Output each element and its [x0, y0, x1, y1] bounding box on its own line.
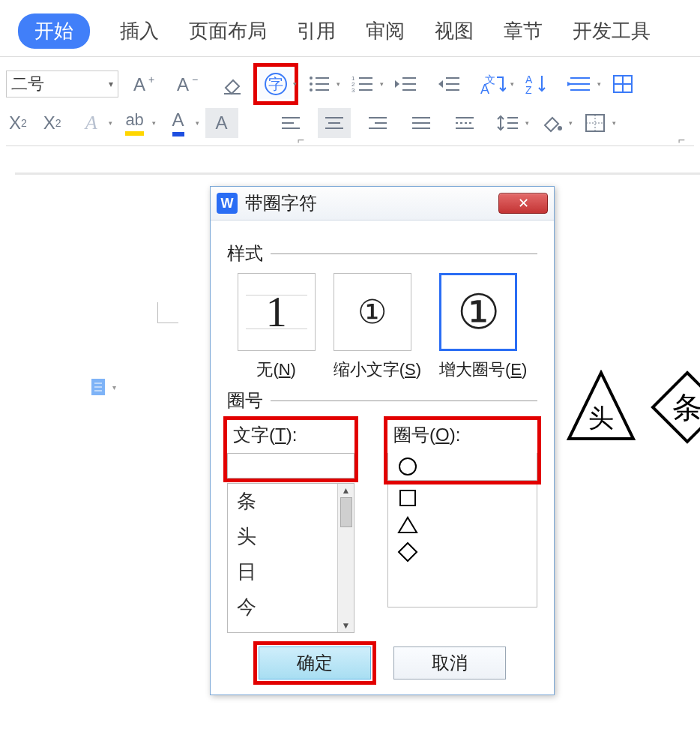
enclose-field-label: 圈号(O): — [387, 420, 466, 450]
shape-option-square[interactable] — [388, 484, 537, 512]
shape-option-circle[interactable] — [388, 453, 537, 480]
page-margin-marker — [157, 302, 178, 323]
diamond-enclosed-char: 条 — [650, 370, 700, 445]
highlight-color-button[interactable]: ab▾ — [118, 108, 151, 138]
fill-color-button[interactable]: ▾ — [535, 108, 568, 138]
close-button[interactable]: ✕ — [498, 193, 548, 214]
style-option-shrink[interactable]: ① — [334, 273, 411, 351]
tab-start[interactable]: 开始 — [18, 14, 90, 49]
align-right-button[interactable] — [361, 108, 394, 138]
svg-marker-70 — [399, 543, 417, 561]
bullet-list-button[interactable]: ▾ — [303, 69, 336, 99]
scroll-down-icon[interactable]: ▼ — [342, 620, 351, 631]
svg-marker-18 — [395, 80, 399, 88]
text-direction-button[interactable]: 文A▾ — [477, 69, 510, 99]
number-list-button[interactable]: 123▾ — [346, 69, 379, 99]
cancel-button[interactable]: 取消 — [393, 646, 506, 680]
shape-option-diamond[interactable] — [388, 538, 537, 566]
caret-down-icon: ▾ — [109, 79, 113, 89]
list-item[interactable]: 今 — [228, 590, 354, 625]
grow-font-button[interactable]: A+ — [129, 69, 162, 99]
svg-point-55 — [558, 126, 562, 130]
tab-settings-button[interactable]: ▾ — [564, 69, 597, 99]
ribbon-tabs: 开始 插入 页面布局 引用 审阅 视图 章节 开发工具 — [0, 0, 700, 56]
ok-button[interactable]: 确定 — [259, 646, 371, 680]
svg-rect-68 — [400, 490, 415, 506]
enclosed-character-dialog: W 带圈字符 ✕ 样式 1 无(N) ① 缩小文字(S) — [210, 186, 555, 695]
svg-point-10 — [310, 88, 313, 92]
dialog-title: 带圈字符 — [245, 191, 317, 215]
scroll-up-icon[interactable]: ▲ — [342, 485, 351, 496]
font-color-button[interactable]: A▾ — [162, 108, 195, 138]
svg-text:条: 条 — [672, 391, 700, 424]
section-handle[interactable]: ▾ — [90, 377, 116, 397]
clear-format-button[interactable] — [216, 69, 249, 99]
enclosed-char-icon: 字 — [265, 73, 287, 95]
align-justify-button[interactable] — [405, 108, 438, 138]
tab-layout[interactable]: 页面布局 — [189, 18, 267, 44]
dialog-launcher-icon[interactable]: ⌐ — [298, 134, 304, 147]
style-option-enlarge[interactable]: ① — [439, 273, 517, 351]
caret-down-icon: ▾ — [112, 383, 116, 392]
style-caption-shrink: 缩小文字(S) — [334, 358, 421, 381]
tab-review[interactable]: 审阅 — [366, 18, 405, 44]
font-effects-button[interactable]: A▾ — [75, 108, 108, 138]
tab-dev[interactable]: 开发工具 — [573, 18, 651, 44]
svg-text:A: A — [480, 82, 489, 95]
shape-option-triangle[interactable] — [388, 512, 537, 538]
table-grid-button[interactable] — [607, 69, 640, 99]
scroll-thumb[interactable] — [340, 497, 352, 527]
text-listbox[interactable]: 条 头 日 今 ▲ ▼ — [227, 483, 354, 633]
line-spacing-button[interactable]: ▾ — [492, 108, 525, 138]
tab-reference[interactable]: 引用 — [297, 18, 336, 44]
scrollbar[interactable]: ▲ ▼ — [337, 484, 354, 632]
enclose-section-label: 圈号 — [227, 388, 537, 412]
svg-text:A: A — [177, 74, 189, 94]
enclosed-character-button[interactable]: 字 ▾ — [259, 69, 292, 99]
svg-text:−: − — [192, 74, 198, 86]
subscript-button[interactable]: X2 — [40, 108, 64, 138]
svg-marker-69 — [399, 518, 417, 532]
svg-marker-4 — [226, 80, 239, 94]
ribbon: 二号 ▾ A+ A− 字 ▾ ▾ 123▾ 文A▾ — [0, 56, 700, 151]
caret-down-icon: ▾ — [293, 80, 297, 88]
svg-point-8 — [310, 82, 313, 86]
svg-text:Z: Z — [525, 84, 532, 95]
dialog-titlebar[interactable]: W 带圈字符 ✕ — [211, 187, 554, 220]
style-caption-enlarge: 增大圈号(E) — [439, 358, 527, 381]
triangle-enclosed-char: 头 — [566, 370, 636, 445]
shading-button[interactable]: A — [205, 108, 238, 138]
document-content: 头 条 — [566, 370, 700, 445]
text-field-label: 文字(T): — [227, 420, 303, 450]
style-caption-none: 无(N) — [238, 358, 316, 381]
style-option-none[interactable]: 1 — [238, 273, 316, 351]
align-center-button[interactable] — [318, 108, 351, 138]
svg-text:+: + — [148, 74, 154, 86]
app-logo-icon: W — [217, 193, 238, 214]
svg-text:头: 头 — [588, 404, 614, 432]
svg-point-6 — [310, 76, 313, 80]
font-size-select[interactable]: 二号 ▾ — [6, 70, 118, 98]
list-item[interactable]: 日 — [228, 554, 354, 590]
superscript-button[interactable]: X2 — [6, 108, 30, 138]
indent-increase-button[interactable] — [433, 69, 466, 99]
list-item[interactable]: 条 — [228, 484, 354, 519]
indent-decrease-button[interactable] — [390, 69, 423, 99]
style-options: 1 无(N) ① 缩小文字(S) ① 增大圈号(E) — [227, 273, 537, 381]
dialog-launcher-icon[interactable]: ⌐ — [678, 134, 685, 147]
tab-insert[interactable]: 插入 — [120, 18, 159, 44]
shrink-font-button[interactable]: A− — [172, 69, 205, 99]
style-section-label: 样式 — [227, 242, 537, 266]
font-size-value: 二号 — [11, 73, 44, 95]
svg-marker-33 — [567, 82, 572, 86]
svg-text:3: 3 — [351, 87, 355, 94]
list-item[interactable]: 头 — [228, 519, 354, 554]
sort-button[interactable]: AZ — [520, 69, 553, 99]
text-input[interactable] — [227, 453, 354, 478]
borders-button[interactable]: ▾ — [579, 108, 612, 138]
svg-point-67 — [399, 458, 416, 475]
align-distribute-button[interactable] — [448, 108, 481, 138]
tab-view[interactable]: 视图 — [435, 18, 474, 44]
tab-chapter[interactable]: 章节 — [504, 18, 543, 44]
shape-listbox[interactable] — [387, 484, 537, 608]
